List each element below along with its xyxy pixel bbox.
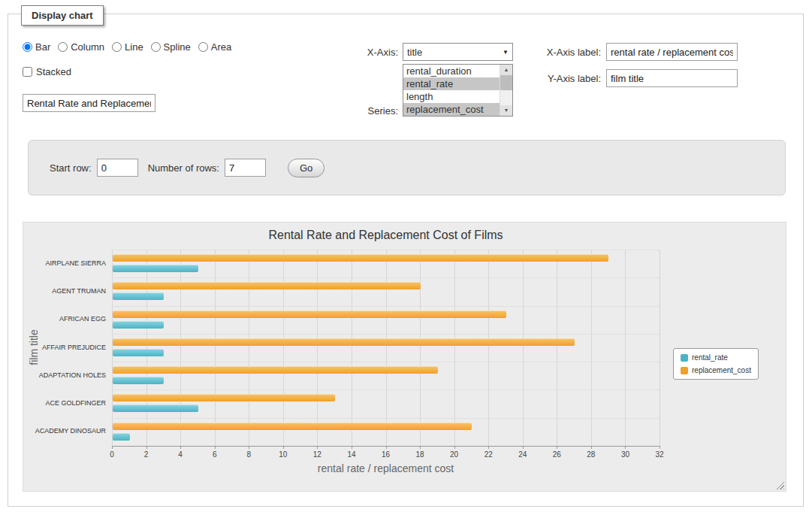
x-tick-label: 14 [343,450,361,459]
legend-item-replacement_cost[interactable]: replacement_cost [681,366,751,374]
stacked-checkbox[interactable] [23,67,32,77]
scroll-down-icon[interactable]: ▼ [500,105,512,116]
x-tick-label: 12 [308,450,326,459]
series-option-rental_rate[interactable]: rental_rate [403,77,500,90]
grid-line-x [523,250,524,446]
x-tick-label: 0 [103,450,121,459]
bar-rental_rate[interactable] [113,404,198,412]
bar-rental_rate[interactable] [113,292,164,300]
grid-line-x [454,250,455,446]
grid-line-x [557,250,557,446]
grid-line-x [249,250,249,446]
category-label: ACE GOLDFINGER [23,399,106,407]
series-options-list: rental_durationrental_ratelengthreplacem… [403,65,500,116]
x-axis-label-caption: X-Axis label: [518,47,601,58]
grid-line-x [488,250,489,446]
chart-type-option-column[interactable]: Column [58,41,104,53]
scrollbar-track [500,90,512,105]
grid-line-x [591,250,592,446]
go-button[interactable]: Go [288,159,324,177]
chart-type-radio-bar[interactable] [23,42,32,52]
grid-line-x [625,250,626,446]
x-tick-label: 24 [514,450,532,459]
stacked-label: Stacked [36,66,71,77]
y-axis-label-input[interactable] [606,69,738,87]
series-label: Series: [331,105,398,117]
x-tick-label: 16 [377,450,395,459]
series-option-rental_duration[interactable]: rental_duration [403,65,500,77]
grid-line-x [112,250,113,446]
x-tick-label: 10 [274,450,292,459]
category-label: AGENT TRUMAN [23,287,106,295]
bar-replacement_cost[interactable] [113,394,335,401]
num-rows-input[interactable] [225,159,266,177]
bar-replacement_cost[interactable] [113,254,608,262]
series-option-replacement_cost[interactable]: replacement_cost [403,103,500,116]
bar-replacement_cost[interactable] [113,311,506,318]
category-label: AFRICAN EGG [23,315,106,323]
legend-item-rental_rate[interactable]: rental_rate [681,353,751,362]
legend-swatch [681,354,688,362]
chart-type-group: BarColumnLineSplineArea [23,41,231,53]
category-label: AIRPLANE SIERRA [23,259,106,267]
x-axis-label-input[interactable] [606,43,738,61]
series-multiselect[interactable]: rental_durationrental_ratelengthreplacem… [403,64,513,117]
chart-type-radio-line[interactable] [112,42,122,52]
grid-line-x [215,250,216,446]
chevron-down-icon: ▼ [499,49,512,56]
bar-rental_rate[interactable] [113,377,164,384]
chart-type-radio-area[interactable] [198,42,208,52]
chart-container: Rental Rate and Replacement Cost of Film… [23,222,786,492]
x-axis-select-label: X-Axis: [331,47,398,58]
x-tick-label: 8 [240,450,258,459]
x-tick-label: 20 [445,450,463,459]
bar-rental_rate[interactable] [113,349,164,356]
chart-type-option-line[interactable]: Line [112,41,143,53]
x-tick-label: 6 [206,450,224,459]
resize-handle[interactable] [774,480,784,489]
bar-rental_rate[interactable] [113,265,198,272]
chart-type-option-bar[interactable]: Bar [23,41,50,53]
grid-line-x [317,250,318,446]
grid-line-x [660,250,660,446]
bar-rental_rate[interactable] [113,321,164,329]
chart-type-option-spline[interactable]: Spline [151,41,191,53]
bar-rental_rate[interactable] [113,433,130,441]
fieldset-legend-text: Display chart [32,10,93,21]
chart-type-label: Bar [35,41,50,53]
x-tick-label: 28 [582,450,600,459]
x-axis-select[interactable]: title ▼ [403,43,513,61]
chart-title: Rental Rate and Replacement Cost of Film… [112,229,660,242]
bar-replacement_cost[interactable] [113,366,438,374]
x-tick-label: 30 [616,450,634,459]
category-label: AFFAIR PREJUDICE [23,344,106,351]
chart-title-input[interactable] [23,94,155,112]
chart-type-radio-column[interactable] [58,42,68,52]
chart-type-radio-spline[interactable] [151,42,161,52]
x-tick-label: 22 [479,450,497,459]
chart-type-option-area[interactable]: Area [198,41,231,53]
grid-line-x [146,250,147,446]
chart-type-label: Column [71,41,104,53]
series-option-length[interactable]: length [403,90,500,103]
bar-replacement_cost[interactable] [113,282,421,289]
x-tick-label: 26 [548,450,566,459]
bar-replacement_cost[interactable] [113,423,472,430]
grid-line-x [352,250,352,446]
grid-line-x [283,250,284,446]
category-label: ADAPTATION HOLES [23,371,106,379]
legend-swatch [681,367,688,374]
x-tick-label: 2 [137,450,155,459]
series-scrollbar[interactable]: ▲ ▼ [500,65,512,116]
row-range-panel: Start row: Number of rows: Go [28,140,786,195]
chart-legend: rental_ratereplacement_cost [673,348,759,380]
bar-replacement_cost[interactable] [113,338,575,346]
x-axis-line [112,446,660,447]
app-page: Display chart BarColumnLineSplineArea St… [0,0,812,512]
y-axis-label-caption: Y-Axis label: [518,73,601,84]
start-row-label: Start row: [50,162,92,174]
scrollbar-thumb[interactable] [500,75,512,90]
scroll-up-icon[interactable]: ▲ [500,65,512,75]
stacked-option[interactable]: Stacked [23,66,71,77]
start-row-input[interactable] [97,159,138,177]
